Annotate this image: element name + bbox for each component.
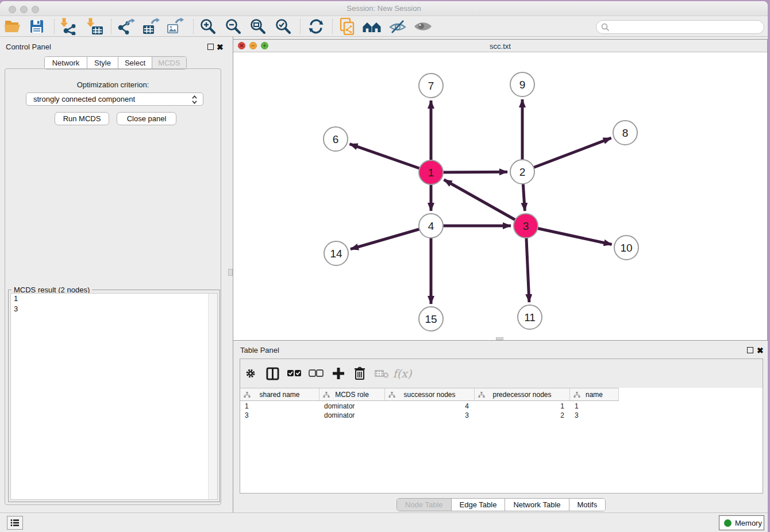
table-cell: 4 [385,402,475,411]
close-table-panel-icon[interactable]: ✖ [757,347,764,354]
zoom-fit-icon[interactable] [248,18,268,35]
column-header-predecessor-nodes[interactable]: predecessor nodes [475,388,570,400]
splitter-handle[interactable] [228,269,233,276]
node-10[interactable]: 10 [614,236,638,260]
result-scrollbar[interactable] [208,294,217,499]
svg-text:4: 4 [428,220,434,232]
network-canvas[interactable]: 7968124314101511 [233,52,767,340]
control-tab-style[interactable]: Style [87,57,118,69]
column-header-shared-name[interactable]: shared name [240,388,319,400]
delete-table-icon[interactable] [372,365,391,382]
import-table-icon[interactable] [85,18,105,35]
control-tab-network[interactable]: Network [45,57,87,69]
add-column-icon[interactable] [329,365,348,382]
float-panel-icon[interactable] [207,44,214,50]
import-network-icon[interactable] [59,18,78,35]
split-columns-icon[interactable] [263,365,282,382]
node-7[interactable]: 7 [419,74,443,98]
network-window: ✕ − + scc.txt 7968124314101511 [233,39,768,341]
show-visibility-icon[interactable] [413,18,433,35]
control-panel: Control Panel ✖ NetworkStyleSelectMCDS O… [0,37,233,512]
mcds-result-list[interactable]: 13 [10,293,218,500]
table-tab-edge-table[interactable]: Edge Table [452,499,506,511]
svg-text:14: 14 [330,248,342,260]
copy-style-icon[interactable] [338,18,357,35]
svg-text:7: 7 [428,80,434,92]
table-row[interactable]: 1dominator411 [240,402,619,411]
zoom-selected-icon[interactable] [274,18,293,35]
toolbar-separator [54,19,55,34]
node-15[interactable]: 15 [419,307,443,331]
node-14[interactable]: 14 [324,241,348,265]
result-line: 3 [11,304,217,314]
table-tab-node-table[interactable]: Node Table [397,499,452,511]
control-tab-select[interactable]: Select [118,57,152,69]
node-8[interactable]: 8 [613,121,637,145]
node-4[interactable]: 4 [419,214,443,238]
control-tab-mcds[interactable]: MCDS [152,57,186,69]
table-cell: 1 [475,402,570,411]
node-6[interactable]: 6 [324,127,348,151]
table-cell: 1 [570,402,619,411]
memory-button[interactable]: Memory [719,515,764,530]
memory-label: Memory [735,519,762,527]
search-input[interactable] [596,20,764,34]
export-table-icon[interactable] [141,18,161,35]
node-11[interactable]: 11 [518,305,542,329]
toolbar-separator [332,19,333,34]
table-panel-box: f(x) shared nameMCDS rolesuccessor nodes… [240,358,763,494]
table-panel-title: Table Panel [240,346,279,354]
svg-text:15: 15 [425,313,437,325]
column-header-MCDS-role[interactable]: MCDS role [319,388,385,400]
node-9[interactable]: 9 [510,72,534,97]
unselect-all-columns-icon[interactable] [307,365,325,382]
column-header-name[interactable]: name [570,388,619,400]
table-settings-icon[interactable] [241,365,260,382]
zoom-out-icon[interactable] [224,18,243,35]
home-layout-icon[interactable] [363,18,382,35]
zoom-in-icon[interactable] [198,18,218,35]
svg-text:10: 10 [620,242,632,254]
resize-gripper[interactable] [496,337,503,340]
edge-1-6[interactable] [350,144,432,172]
float-table-panel-icon[interactable] [747,347,753,353]
refresh-icon[interactable] [306,18,326,35]
node-3[interactable]: 3 [514,214,538,238]
status-divider [0,512,768,513]
close-panel-button[interactable]: Close panel [117,112,176,125]
svg-text:2: 2 [519,166,526,178]
open-folder-icon[interactable] [3,18,22,35]
close-panel-icon[interactable]: ✖ [217,44,224,51]
save-icon[interactable] [27,18,47,35]
table-tab-motifs[interactable]: Motifs [569,499,606,511]
toolbar-separator [193,19,194,34]
network-window-titlebar: ✕ − + scc.txt [233,40,767,52]
mcds-result-group: MCDS result (2 nodes) 13 [8,286,220,502]
result-line: 1 [11,294,217,304]
memory-status-dot [724,519,732,527]
node-1[interactable]: 1 [419,160,443,184]
select-all-columns-icon[interactable] [285,365,303,382]
toolbar-separator [300,19,301,34]
hide-visibility-icon[interactable] [388,18,407,35]
export-image-icon[interactable] [165,18,185,35]
task-history-button[interactable] [7,516,23,530]
table-cell: dominator [319,411,385,420]
optimization-label: Optimization criterion: [5,80,221,89]
table-row[interactable]: 3dominator323 [240,411,619,420]
export-network-icon[interactable] [117,18,136,35]
svg-text:3: 3 [523,220,529,232]
table-tab-network-table[interactable]: Network Table [505,499,569,511]
optimization-dropdown[interactable]: strongly connected component [26,92,203,106]
edge-3-1[interactable] [444,180,526,226]
table-cell: 3 [240,411,319,420]
node-2[interactable]: 2 [510,160,534,184]
edge-2-8[interactable] [522,138,611,172]
window-titlebar: Session: New Session [0,1,768,16]
function-builder-icon[interactable]: f(x) [393,365,411,382]
edge-3-10[interactable] [526,226,612,245]
column-header-successor-nodes[interactable]: successor nodes [385,388,475,400]
window-title: Session: New Session [0,4,768,13]
run-mcds-button[interactable]: Run MCDS [55,112,109,125]
delete-column-icon[interactable] [351,365,369,382]
